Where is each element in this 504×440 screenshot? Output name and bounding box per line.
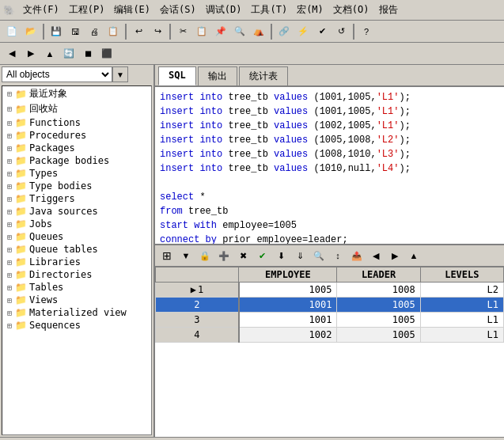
tree-item-package-bodies[interactable]: ⊞ 📁 Package bodies xyxy=(2,154,151,167)
menu-tools[interactable]: 工具(T) xyxy=(246,2,292,18)
nav-back-btn[interactable]: ◀ xyxy=(3,45,21,63)
delete-row-btn[interactable]: ✖ xyxy=(234,247,252,264)
menu-macro[interactable]: 宏(M) xyxy=(292,2,328,18)
row-levels-3: L1 xyxy=(420,313,503,328)
grid-view-btn[interactable]: ⊞ xyxy=(158,247,176,264)
menu-edit[interactable]: 编辑(E) xyxy=(109,2,155,18)
filter-btn[interactable]: ▼ xyxy=(112,66,128,82)
expand-icon: ⊞ xyxy=(4,271,15,279)
tree-item-procedures[interactable]: ⊞ 📁 Procedures xyxy=(2,129,151,142)
tree-item-directories[interactable]: ⊞ 📁 Directories xyxy=(2,268,151,281)
tree-item-jobs[interactable]: ⊞ 📁 Jobs xyxy=(2,218,151,230)
row-employee-3: 1001 xyxy=(239,313,337,328)
object-filter-select[interactable]: All objects xyxy=(2,66,112,82)
cut-btn[interactable]: ✂ xyxy=(174,23,191,40)
expand-icon: ⊞ xyxy=(4,296,15,305)
tree-item-packages[interactable]: ⊞ 📁 Packages xyxy=(2,142,151,154)
disconnect-btn[interactable]: ⚡ xyxy=(294,23,312,40)
tab-output[interactable]: 输出 xyxy=(198,66,237,85)
menu-session[interactable]: 会话(S) xyxy=(155,2,201,18)
refresh-btn[interactable]: 🔄 xyxy=(60,45,78,63)
tree-view[interactable]: ⊞ 📁 最近对象 ⊞ 📁 回收站 ⊞ 📁 Functions ⊞ 📁 Proce… xyxy=(2,85,152,435)
export-btn[interactable]: 📤 xyxy=(348,247,366,264)
folder-icon: 📁 xyxy=(15,117,27,128)
col-levels[interactable]: LEVELS xyxy=(420,267,503,283)
object-filter-bar: All objects ▼ xyxy=(0,65,153,84)
undo-btn[interactable]: ↩ xyxy=(130,23,147,40)
nav5-btn[interactable]: ◼ xyxy=(79,45,97,63)
row-levels-1: L2 xyxy=(420,283,503,298)
menu-debug[interactable]: 调试(D) xyxy=(201,2,247,18)
tree-item-libraries[interactable]: ⊞ 📁 Libraries xyxy=(2,256,151,268)
tree-item-java-sources[interactable]: ⊞ 📁 Java sources xyxy=(2,205,151,218)
open-btn[interactable]: 📂 xyxy=(22,23,40,40)
row-levels-4: L1 xyxy=(420,328,503,343)
tree-item-triggers[interactable]: ⊞ 📁 Triggers xyxy=(2,192,151,205)
lock-btn[interactable]: 🔒 xyxy=(196,247,214,264)
tree-item-materialized-view[interactable]: ⊞ 📁 Materialized view xyxy=(2,306,151,319)
query-dropdown-btn[interactable]: ▼ xyxy=(177,247,195,264)
print2-btn[interactable]: 📋 xyxy=(104,23,122,40)
tree-item-views[interactable]: ⊞ 📁 Views xyxy=(2,294,151,306)
tree-item-type-bodies[interactable]: ⊞ 📁 Type bodies xyxy=(2,180,151,192)
results-table: EMPLOYEE LEADER LEVELS 1 1005 1008 L2 2 … xyxy=(155,267,504,343)
add-row-btn[interactable]: ➕ xyxy=(215,247,233,264)
nav6-btn[interactable]: ⬛ xyxy=(98,45,116,63)
down-arrow2-btn[interactable]: ⇓ xyxy=(291,247,309,264)
replace-btn[interactable]: ⛺ xyxy=(250,23,267,40)
row-leader-2: 1005 xyxy=(337,298,420,313)
expand-icon: ⊞ xyxy=(4,309,15,317)
tree-item-functions[interactable]: ⊞ 📁 Functions xyxy=(2,116,151,129)
folder-icon: 📁 xyxy=(15,168,27,179)
check-btn[interactable]: ✔ xyxy=(253,247,271,264)
search2-btn[interactable]: 🔍 xyxy=(310,247,328,264)
paste-btn[interactable]: 📌 xyxy=(212,23,229,40)
table-row[interactable]: 1 1005 1008 L2 xyxy=(156,283,504,298)
sql-line-4: insert into tree_tb values (1005,1008,'L… xyxy=(160,133,499,147)
save-btn[interactable]: 💾 xyxy=(47,23,65,40)
tree-item-queue-tables[interactable]: ⊞ 📁 Queue tables xyxy=(2,243,151,256)
app-icon: 🐘 xyxy=(3,5,15,16)
nav-up2-btn[interactable]: ▲ xyxy=(405,247,423,264)
nav-fwd-btn[interactable]: ▶ xyxy=(22,45,40,63)
tree-item-types[interactable]: ⊞ 📁 Types xyxy=(2,167,151,180)
expand-icon: ⊞ xyxy=(4,245,15,254)
help-btn[interactable]: ? xyxy=(358,23,375,40)
tab-bar: SQL 输出 统计表 xyxy=(155,65,504,87)
col-leader[interactable]: LEADER xyxy=(337,267,420,283)
menu-project[interactable]: 工程(P) xyxy=(64,2,110,18)
tree-item-tables[interactable]: ⊞ 📁 Tables xyxy=(2,281,151,294)
table-row[interactable]: 2 1001 1005 L1 xyxy=(156,298,504,313)
rollback-btn[interactable]: ↺ xyxy=(332,23,350,40)
menu-file[interactable]: 文件(F) xyxy=(18,2,64,18)
nav-next-btn[interactable]: ▶ xyxy=(386,247,404,264)
save-all-btn[interactable]: 🖫 xyxy=(66,23,84,40)
folder-icon: 📁 xyxy=(15,193,27,204)
sort-btn[interactable]: ↕ xyxy=(329,247,347,264)
tab-sql[interactable]: SQL xyxy=(158,66,196,85)
nav-prev-btn[interactable]: ◀ xyxy=(367,247,385,264)
table-row[interactable]: 3 1001 1005 L1 xyxy=(156,313,504,328)
tree-item-recycle[interactable]: ⊞ 📁 回收站 xyxy=(2,101,151,116)
menu-report[interactable]: 报告 xyxy=(374,2,403,18)
redo-btn[interactable]: ↪ xyxy=(149,23,166,40)
table-row[interactable]: 4 1002 1005 L1 xyxy=(156,328,504,343)
new-btn[interactable]: 📄 xyxy=(3,23,21,40)
copy-btn[interactable]: 📋 xyxy=(193,23,210,40)
tree-item-queues[interactable]: ⊞ 📁 Queues xyxy=(2,230,151,243)
tree-item-sequences[interactable]: ⊞ 📁 Sequences xyxy=(2,319,151,332)
tree-item-recent[interactable]: ⊞ 📁 最近对象 xyxy=(2,86,151,101)
sql-editor[interactable]: insert into tree_tb values (1001,1005,'L… xyxy=(155,87,504,245)
commit-btn[interactable]: ✔ xyxy=(313,23,331,40)
print-btn[interactable]: 🖨 xyxy=(85,23,103,40)
expand-icon: ⊞ xyxy=(4,104,15,113)
sep3 xyxy=(169,24,171,40)
down-arrow-btn[interactable]: ⬇ xyxy=(272,247,290,264)
find-btn[interactable]: 🔍 xyxy=(231,23,248,40)
expand-icon: ⊞ xyxy=(4,321,15,330)
menu-doc[interactable]: 文档(O) xyxy=(328,2,374,18)
connect-btn[interactable]: 🔗 xyxy=(275,23,293,40)
col-employee[interactable]: EMPLOYEE xyxy=(239,267,337,283)
nav-up-btn[interactable]: ▲ xyxy=(41,45,59,63)
tab-stats[interactable]: 统计表 xyxy=(239,66,288,85)
